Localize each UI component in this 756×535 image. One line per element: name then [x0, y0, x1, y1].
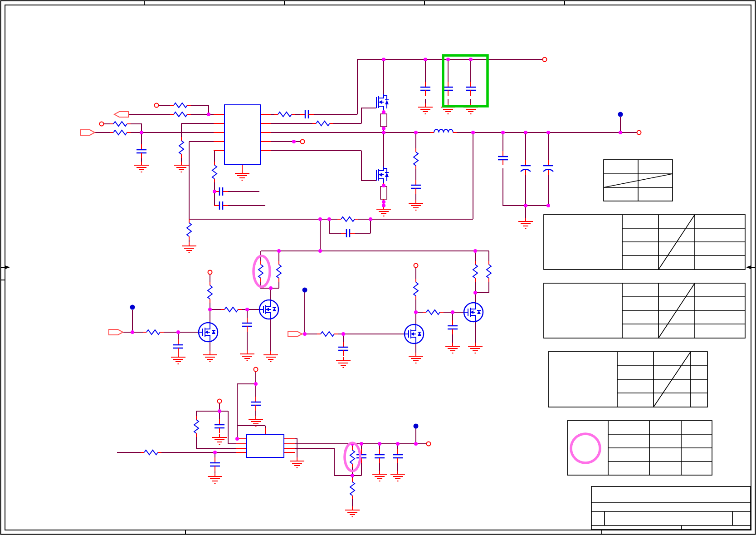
bias-circuits[interactable] — [109, 217, 491, 368]
resistor[interactable] — [194, 416, 199, 437]
ground-symbol[interactable] — [203, 351, 217, 362]
resistor[interactable] — [487, 261, 491, 282]
resistor[interactable] — [170, 112, 191, 117]
capacitor[interactable] — [393, 449, 403, 463]
circle-port[interactable] — [543, 58, 547, 62]
resistor[interactable] — [110, 130, 131, 135]
circled-mosfet[interactable] — [464, 303, 483, 322]
input-port-pentagon[interactable] — [109, 329, 123, 335]
ground-symbol[interactable] — [171, 353, 185, 364]
circle-port[interactable] — [427, 442, 431, 446]
capacitor[interactable] — [338, 342, 348, 356]
resistor[interactable] — [143, 330, 164, 334]
inductor[interactable] — [430, 129, 457, 133]
resistor[interactable] — [337, 217, 358, 221]
resistor[interactable] — [212, 162, 217, 182]
polarized-capacitor[interactable] — [521, 160, 531, 175]
ground-symbol[interactable] — [212, 434, 227, 444]
buck-converter-circuit[interactable] — [81, 55, 641, 228]
resistor[interactable] — [277, 261, 281, 282]
wires-regulator[interactable] — [117, 372, 426, 506]
ground-symbol[interactable] — [418, 103, 433, 114]
controller-ic-block[interactable] — [224, 105, 260, 164]
resistor[interactable] — [274, 112, 295, 117]
capacitor[interactable] — [356, 449, 366, 463]
input-port-pentagon[interactable] — [288, 331, 302, 337]
circle-port[interactable] — [100, 122, 104, 126]
power-flag[interactable] — [130, 305, 135, 310]
ground-symbol[interactable] — [249, 416, 263, 426]
ground-symbol[interactable] — [390, 471, 405, 481]
polarized-capacitor[interactable] — [543, 160, 553, 175]
ground-symbol[interactable] — [134, 162, 149, 172]
ground-symbol[interactable] — [372, 471, 387, 481]
resistor[interactable] — [312, 121, 333, 126]
low-side-mosfet[interactable] — [376, 167, 389, 183]
ground-symbol[interactable] — [409, 353, 423, 363]
circle-port[interactable] — [155, 103, 159, 108]
resistor[interactable] — [473, 261, 478, 282]
resistor[interactable] — [179, 137, 184, 158]
w ires-power-stage[interactable] — [271, 59, 637, 219]
resistor[interactable] — [170, 103, 191, 108]
circle-port[interactable] — [254, 368, 258, 372]
ground-symbol[interactable] — [336, 357, 351, 368]
capacitor[interactable] — [443, 82, 453, 96]
power-flag[interactable] — [414, 424, 419, 429]
circle-port[interactable] — [218, 399, 222, 403]
circle-port[interactable] — [637, 131, 641, 135]
capacitor[interactable] — [420, 82, 430, 96]
capacitor[interactable] — [448, 320, 458, 334]
resistor[interactable] — [208, 282, 212, 303]
resistor[interactable] — [317, 332, 338, 336]
circled-mosfet[interactable] — [259, 300, 278, 319]
circle-port[interactable] — [414, 264, 418, 268]
resistor[interactable] — [350, 447, 355, 467]
ground-symbol[interactable] — [345, 506, 360, 517]
wires-input-network[interactable] — [95, 105, 265, 219]
resistor[interactable] — [221, 307, 242, 312]
capacitor[interactable] — [215, 419, 224, 433]
ground-symbol[interactable] — [468, 343, 483, 353]
resistor[interactable] — [259, 261, 263, 282]
input-port-pentagon[interactable] — [81, 130, 95, 135]
resistor[interactable] — [141, 450, 161, 455]
circled-mosfet[interactable] — [405, 324, 424, 344]
capacitor[interactable] — [210, 457, 220, 471]
ic1-pin-stubs[interactable] — [214, 114, 271, 170]
output-port-pentagon[interactable] — [114, 112, 128, 117]
ground-symbol[interactable] — [518, 218, 533, 228]
high-side-mosfet[interactable] — [376, 94, 389, 110]
capacitor[interactable] — [375, 449, 385, 463]
capacitor[interactable] — [173, 339, 183, 353]
resistor[interactable] — [110, 122, 131, 126]
ground-symbol[interactable] — [263, 351, 278, 362]
resistor[interactable] — [187, 219, 191, 240]
circled-mosfet[interactable] — [199, 323, 218, 342]
ground-symbol[interactable] — [409, 200, 423, 210]
power-flag[interactable] — [302, 288, 307, 293]
circle-port[interactable] — [301, 140, 305, 144]
capacitor[interactable] — [214, 201, 228, 210]
circle-port[interactable] — [208, 270, 212, 275]
ground-symbol[interactable] — [174, 162, 189, 172]
capacitor[interactable] — [498, 151, 508, 165]
ground-symbol[interactable] — [445, 343, 460, 353]
capacitor[interactable] — [137, 144, 146, 158]
resistor[interactable] — [350, 478, 355, 499]
capacitor[interactable] — [251, 397, 261, 411]
ground-symbol[interactable] — [208, 473, 222, 483]
resistor[interactable] — [423, 310, 444, 314]
ground-symbol[interactable] — [240, 350, 254, 361]
capacitor[interactable] — [341, 229, 355, 237]
regulator-ic-block[interactable] — [247, 434, 284, 457]
ground-symbol[interactable] — [290, 457, 304, 468]
ground-symbol[interactable] — [182, 242, 196, 253]
capacitor[interactable] — [411, 180, 421, 194]
capacitor[interactable] — [466, 82, 476, 96]
ic2-pin-stubs[interactable] — [236, 428, 295, 452]
resistor[interactable] — [414, 148, 418, 169]
capacitor[interactable] — [242, 318, 252, 332]
resistor[interactable] — [414, 279, 418, 299]
regulator-circuit[interactable] — [117, 368, 431, 517]
